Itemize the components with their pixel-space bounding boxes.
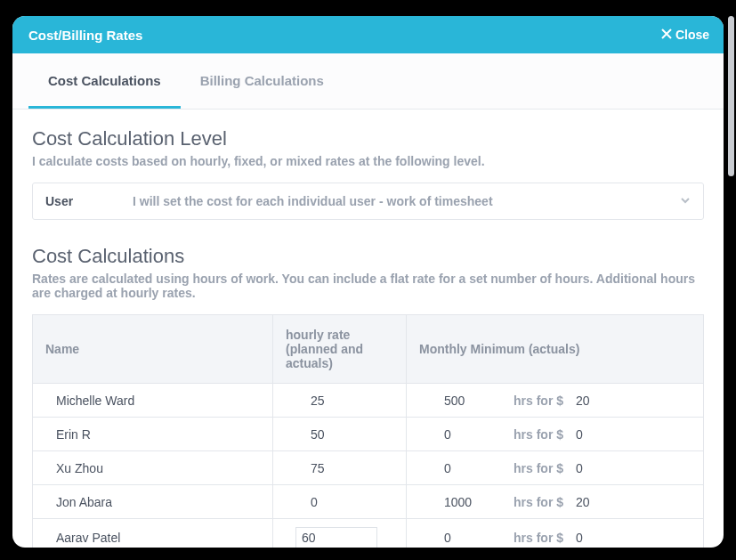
cell-hourly-rate: 75 — [273, 451, 407, 485]
col-header-min: Monthly Minimum (actuals) — [407, 315, 704, 384]
chevron-down-icon — [680, 193, 691, 209]
hrs-for-label: hrs for $ — [514, 461, 570, 475]
cell-name: Jon Abara — [33, 485, 273, 519]
modal-header: Cost/Billing Rates Close — [12, 16, 724, 53]
tab-billing-calculations[interactable]: Billing Calculations — [181, 53, 344, 109]
cell-monthly-minimum: 0hrs for $0 — [407, 519, 704, 548]
hourly-rate-value[interactable]: 25 — [296, 394, 325, 408]
hourly-rate-value[interactable]: 75 — [296, 461, 325, 475]
hourly-rate-value[interactable]: 50 — [296, 427, 325, 442]
rates-table: Name hourly rate (planned and actuals) M… — [32, 314, 704, 548]
cell-monthly-minimum: 0hrs for $0 — [407, 451, 704, 485]
scrollbar-thumb[interactable] — [728, 16, 734, 176]
close-button[interactable]: Close — [661, 28, 709, 42]
hourly-rate-input[interactable] — [296, 528, 376, 548]
min-hours-value[interactable]: 0 — [430, 531, 508, 545]
level-select-description: I will set the cost for each individual … — [133, 194, 680, 208]
cell-name: Xu Zhou — [33, 451, 273, 485]
min-amount-value[interactable]: 20 — [576, 394, 590, 408]
cell-hourly-rate — [273, 519, 407, 548]
table-row: Jon Abara01000hrs for $20 — [33, 485, 704, 519]
table-row: Xu Zhou750hrs for $0 — [33, 451, 704, 485]
rates-tbody: Michelle Ward25500hrs for $20Erin R500hr… — [33, 384, 704, 548]
modal-title: Cost/Billing Rates — [28, 28, 142, 43]
min-amount-value[interactable]: 0 — [576, 461, 583, 475]
table-row: Erin R500hrs for $0 — [33, 418, 704, 451]
level-select[interactable]: User I will set the cost for each indivi… — [32, 183, 704, 220]
tab-cost-calculations[interactable]: Cost Calculations — [28, 53, 181, 109]
cell-monthly-minimum: 0hrs for $0 — [407, 418, 704, 451]
hrs-for-label: hrs for $ — [514, 495, 570, 509]
cell-name: Michelle Ward — [33, 384, 273, 418]
level-desc: I calculate costs based on hourly, fixed… — [32, 154, 704, 168]
calc-desc: Rates are calculated using hours of work… — [32, 272, 704, 300]
cell-monthly-minimum: 1000hrs for $20 — [407, 485, 704, 519]
cost-billing-modal: Cost/Billing Rates Close Cost Calculatio… — [12, 16, 724, 548]
level-select-value: User — [45, 194, 133, 208]
min-hours-value[interactable]: 500 — [430, 394, 508, 408]
cell-hourly-rate: 0 — [273, 485, 407, 519]
hrs-for-label: hrs for $ — [514, 394, 570, 408]
hrs-for-label: hrs for $ — [514, 531, 570, 545]
modal-content: Cost Calculation Level I calculate costs… — [12, 110, 724, 548]
tab-label: Cost Calculations — [48, 73, 161, 88]
cell-name: Aarav Patel — [33, 519, 273, 548]
hrs-for-label: hrs for $ — [514, 427, 570, 442]
tabs: Cost Calculations Billing Calculations — [12, 53, 724, 110]
table-row: Michelle Ward25500hrs for $20 — [33, 384, 704, 418]
close-label: Close — [675, 28, 709, 42]
scrollbar[interactable] — [727, 16, 734, 548]
min-hours-value[interactable]: 1000 — [430, 495, 508, 509]
cell-name: Erin R — [33, 418, 273, 451]
close-icon — [661, 28, 672, 42]
level-title: Cost Calculation Level — [32, 127, 704, 150]
cell-monthly-minimum: 500hrs for $20 — [407, 384, 704, 418]
col-header-name: Name — [33, 315, 273, 384]
table-row: Aarav Patel0hrs for $0 — [33, 519, 704, 548]
calc-title: Cost Calculations — [32, 245, 704, 268]
hourly-rate-value[interactable]: 0 — [296, 495, 318, 509]
min-hours-value[interactable]: 0 — [430, 427, 508, 442]
col-header-rate: hourly rate (planned and actuals) — [273, 315, 407, 384]
min-hours-value[interactable]: 0 — [430, 461, 508, 475]
min-amount-value[interactable]: 0 — [576, 427, 583, 442]
cell-hourly-rate: 50 — [273, 418, 407, 451]
cell-hourly-rate: 25 — [273, 384, 407, 418]
min-amount-value[interactable]: 0 — [576, 531, 583, 545]
min-amount-value[interactable]: 20 — [576, 495, 590, 509]
tab-label: Billing Calculations — [200, 73, 324, 88]
